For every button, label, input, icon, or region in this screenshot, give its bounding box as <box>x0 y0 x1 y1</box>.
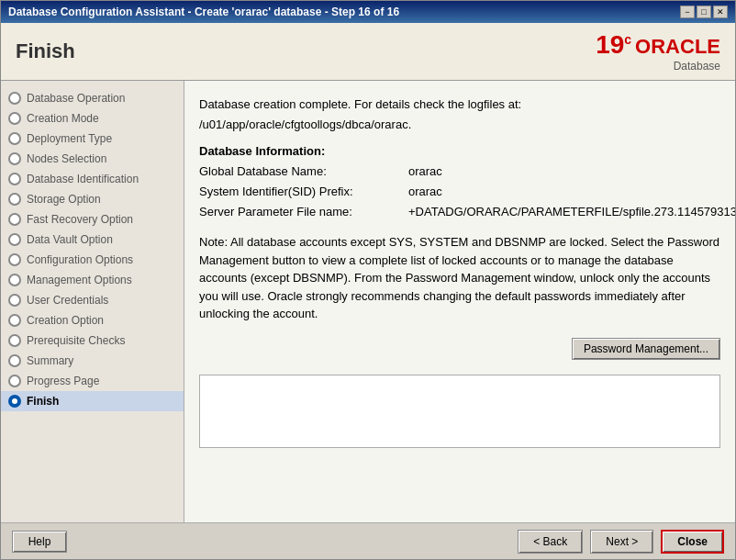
db-info-row-0: Global Database Name: orarac <box>199 162 720 182</box>
db-info-section: Database Information: Global Database Na… <box>199 144 720 222</box>
main-window: Database Configuration Assistant - Creat… <box>0 0 736 560</box>
db-info-row-2: Server Parameter File name: +DATADG/ORAR… <box>199 202 720 222</box>
sidebar-label-7: Data Vault Option <box>27 233 113 246</box>
sidebar-label-10: User Credentials <box>27 294 108 307</box>
header-bar: Finish 19c ORACLE Database <box>1 23 735 81</box>
sidebar-circle-2 <box>8 132 21 145</box>
db-info-row-1: System Identifier(SID) Prefix: orarac <box>199 182 720 202</box>
oracle-brand: ORACLE <box>635 35 720 59</box>
sidebar-item-11[interactable]: Creation Option <box>1 310 184 330</box>
sidebar-item-8[interactable]: Configuration Options <box>1 250 184 270</box>
sidebar-circle-5 <box>8 193 21 206</box>
password-management-button[interactable]: Password Management... <box>572 338 720 360</box>
sidebar-label-8: Configuration Options <box>27 253 133 266</box>
page-title: Finish <box>16 39 75 63</box>
sidebar-circle-0 <box>8 92 21 105</box>
sidebar-circle-9 <box>8 274 21 286</box>
note-text: Note: All database accounts except SYS, … <box>199 233 720 323</box>
sidebar-label-1: Creation Mode <box>27 112 99 125</box>
sidebar-label-14: Progress Page <box>27 375 99 387</box>
sidebar-label-12: Prerequisite Checks <box>27 334 125 347</box>
db-info-value-1: orarac <box>408 182 442 202</box>
sidebar-item-4[interactable]: Database Identification <box>1 169 184 189</box>
sidebar-circle-15 <box>8 395 21 408</box>
title-bar: Database Configuration Assistant - Creat… <box>1 1 735 23</box>
close-dialog-button[interactable]: Close <box>661 530 724 554</box>
oracle-subtitle: Database <box>674 60 720 73</box>
next-button[interactable]: Next > <box>590 530 653 554</box>
sidebar-circle-11 <box>8 314 21 327</box>
sidebar-circle-6 <box>8 213 21 226</box>
sidebar-item-13[interactable]: Summary <box>1 351 184 371</box>
back-button[interactable]: < Back <box>518 530 583 554</box>
db-info-value-0: orarac <box>408 162 442 182</box>
sidebar-item-6[interactable]: Fast Recovery Option <box>1 209 184 230</box>
minimize-button[interactable]: − <box>680 6 695 18</box>
sidebar-circle-12 <box>8 334 21 347</box>
content-area: Database creation complete. For details … <box>184 81 735 522</box>
sidebar-label-2: Deployment Type <box>27 132 112 145</box>
db-info-table: Global Database Name: orarac System Iden… <box>199 162 720 222</box>
sidebar-circle-8 <box>8 253 21 266</box>
sidebar-circle-13 <box>8 354 21 367</box>
sidebar-label-6: Fast Recovery Option <box>27 213 133 226</box>
db-info-label-2: Server Parameter File name: <box>199 202 401 222</box>
close-button[interactable]: ✕ <box>713 6 728 18</box>
sidebar-label-0: Database Operation <box>27 92 125 105</box>
window-title: Database Configuration Assistant - Creat… <box>8 6 399 18</box>
sidebar-item-1[interactable]: Creation Mode <box>1 108 184 129</box>
window-controls: − □ ✕ <box>680 6 728 18</box>
sidebar-circle-10 <box>8 294 21 307</box>
sidebar-label-15: Finish <box>27 395 59 408</box>
output-textarea[interactable] <box>199 375 720 448</box>
sidebar-item-7[interactable]: Data Vault Option <box>1 230 184 250</box>
db-info-value-2: +DATADG/ORARAC/PARAMETERFILE/spfile.273.… <box>408 202 735 222</box>
sidebar-label-3: Nodes Selection <box>27 152 106 165</box>
oracle-logo: 19c ORACLE Database <box>596 30 720 73</box>
sidebar: Database OperationCreation ModeDeploymen… <box>1 81 184 522</box>
db-info-label-1: System Identifier(SID) Prefix: <box>199 182 401 202</box>
sidebar-item-0[interactable]: Database Operation <box>1 88 184 108</box>
completion-line1: Database creation complete. For details … <box>199 95 720 114</box>
content-main: Database creation complete. For details … <box>199 95 720 508</box>
help-button[interactable]: Help <box>12 531 67 553</box>
sidebar-circle-14 <box>8 375 21 387</box>
footer-right: < Back Next > Close <box>518 530 724 554</box>
sidebar-circle-3 <box>8 152 21 165</box>
sidebar-circle-7 <box>8 233 21 246</box>
sidebar-item-9[interactable]: Management Options <box>1 270 184 290</box>
db-info-label-0: Global Database Name: <box>199 162 401 182</box>
footer-left: Help <box>12 531 67 553</box>
completion-line2: /u01/app/oracle/cfgtoollogs/dbca/orarac. <box>199 116 720 134</box>
db-info-title: Database Information: <box>199 144 720 158</box>
sidebar-circle-1 <box>8 112 21 125</box>
main-content: Database OperationCreation ModeDeploymen… <box>1 81 735 522</box>
sidebar-label-4: Database Identification <box>27 173 139 185</box>
sidebar-item-15[interactable]: Finish <box>1 391 184 411</box>
sidebar-label-9: Management Options <box>27 274 132 286</box>
password-btn-row: Password Management... <box>199 338 720 360</box>
footer: Help < Back Next > Close <box>1 522 735 559</box>
sidebar-label-13: Summary <box>27 354 73 367</box>
sidebar-item-10[interactable]: User Credentials <box>1 290 184 310</box>
oracle-version: 19c <box>596 30 631 60</box>
sidebar-item-12[interactable]: Prerequisite Checks <box>1 330 184 351</box>
sidebar-item-5[interactable]: Storage Option <box>1 189 184 209</box>
sidebar-item-2[interactable]: Deployment Type <box>1 129 184 149</box>
sidebar-item-14[interactable]: Progress Page <box>1 371 184 391</box>
restore-button[interactable]: □ <box>697 6 711 18</box>
sidebar-item-3[interactable]: Nodes Selection <box>1 149 184 169</box>
sidebar-circle-4 <box>8 173 21 185</box>
sidebar-label-5: Storage Option <box>27 193 101 206</box>
sidebar-label-11: Creation Option <box>27 314 104 327</box>
